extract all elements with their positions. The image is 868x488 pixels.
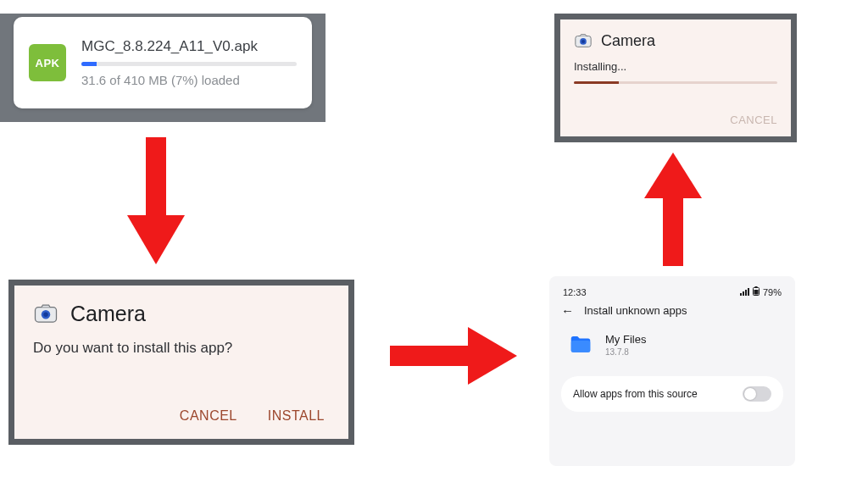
installing-app-name: Camera	[601, 32, 655, 50]
installing-progress-bar	[574, 81, 777, 84]
source-app-name: My Files	[605, 333, 646, 346]
back-arrow-icon[interactable]: ←	[561, 304, 574, 317]
svg-point-4	[43, 313, 48, 318]
download-filename: MGC_8.8.224_A11_V0.apk	[81, 38, 297, 55]
svg-rect-16	[663, 195, 683, 266]
svg-rect-7	[740, 293, 742, 296]
installing-progress-fill	[574, 81, 619, 84]
camera-icon	[33, 301, 58, 326]
svg-rect-0	[146, 137, 166, 219]
status-bar: 12:33 79%	[561, 285, 783, 304]
installing-cancel-button[interactable]: CANCEL	[730, 114, 777, 126]
download-notification-wrapper: APK MGC_8.8.224_A11_V0.apk 31.6 of 410 M…	[0, 14, 326, 122]
download-card: APK MGC_8.8.224_A11_V0.apk 31.6 of 410 M…	[14, 17, 312, 108]
status-time: 12:33	[563, 287, 587, 297]
svg-rect-14	[571, 341, 591, 352]
installing-status-text: Installing...	[574, 60, 777, 73]
settings-header: ← Install unknown apps	[561, 304, 783, 317]
allow-source-row[interactable]: Allow apps from this source	[561, 376, 783, 412]
flow-arrow-down-1	[120, 137, 192, 264]
install-prompt-title: Camera	[70, 302, 146, 326]
svg-rect-10	[748, 288, 749, 296]
download-progress-bar	[81, 62, 297, 66]
install-prompt-wrapper: Camera Do you want to install this app? …	[8, 280, 354, 445]
source-app-info: My Files 13.7.8	[605, 333, 646, 357]
camera-icon	[574, 31, 593, 50]
install-prompt-message: Do you want to install this app?	[33, 340, 330, 357]
svg-marker-6	[468, 327, 517, 385]
source-app-row: My Files 13.7.8	[561, 332, 783, 358]
svg-marker-1	[127, 215, 185, 264]
battery-icon	[753, 286, 760, 297]
allow-source-label: Allow apps from this source	[573, 388, 698, 400]
settings-page-title: Install unknown apps	[584, 304, 687, 317]
folder-icon	[568, 332, 593, 358]
install-prompt-header: Camera	[33, 301, 330, 326]
cancel-button[interactable]: CANCEL	[180, 408, 237, 424]
settings-screen: 12:33 79% ← Install unknown apps My File…	[549, 276, 795, 466]
install-prompt-actions: CANCEL INSTALL	[33, 403, 330, 430]
download-status-text: 31.6 of 410 MB (7%) loaded	[81, 73, 297, 87]
install-button[interactable]: INSTALL	[268, 408, 325, 424]
signal-icon	[740, 287, 749, 297]
svg-marker-15	[644, 152, 702, 198]
download-info: MGC_8.8.224_A11_V0.apk 31.6 of 410 MB (7…	[81, 38, 297, 87]
allow-source-toggle[interactable]	[743, 386, 771, 402]
svg-rect-9	[745, 290, 747, 296]
download-progress-fill	[81, 62, 97, 66]
svg-rect-13	[754, 290, 758, 295]
battery-percent: 79%	[763, 287, 782, 297]
status-right: 79%	[740, 286, 782, 297]
installing-actions: CANCEL	[574, 114, 777, 130]
installing-dialog: Camera Installing... CANCEL	[560, 19, 791, 136]
svg-point-19	[581, 40, 585, 43]
installing-header: Camera	[574, 31, 777, 50]
svg-rect-5	[390, 346, 471, 366]
flow-arrow-right	[390, 320, 517, 391]
svg-rect-8	[743, 291, 744, 296]
source-app-version: 13.7.8	[605, 347, 646, 357]
install-prompt-dialog: Camera Do you want to install this app? …	[14, 286, 348, 439]
flow-arrow-up	[637, 152, 709, 266]
installing-dialog-wrapper: Camera Installing... CANCEL	[554, 14, 797, 142]
apk-icon: APK	[29, 44, 66, 81]
apk-badge-label: APK	[36, 57, 60, 69]
